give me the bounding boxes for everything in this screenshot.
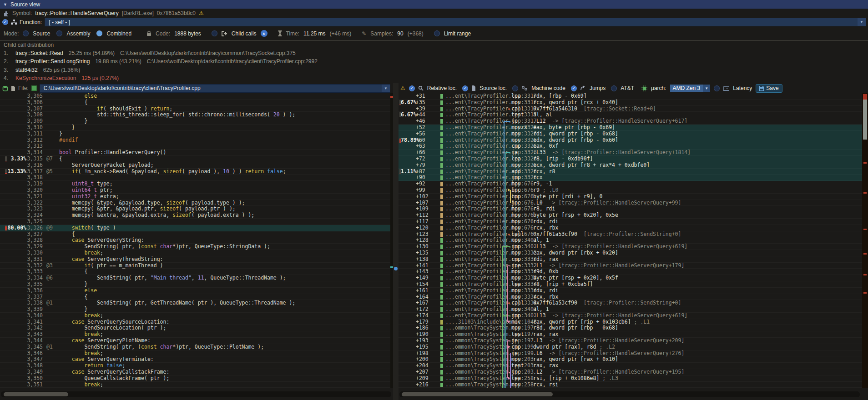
source-line-row[interactable]: 3,307 if( shouldExit ) return;: [0, 106, 393, 112]
source-horizontal-scrollbar[interactable]: [1, 391, 391, 397]
source-line-row[interactable]: 3,308 std::this_thread::sleep_for( std::…: [0, 112, 393, 118]
asm-instruction-row[interactable]: +130...ent\TracyProfiler.cpp:3401jmp.L13…: [399, 244, 862, 250]
line-number[interactable]: 3,316: [26, 162, 43, 169]
line-number[interactable]: 3,330: [26, 250, 43, 256]
source-line-row[interactable]: 3,309 }: [0, 118, 393, 125]
asm-instruction-row[interactable]: +63...ent\TracyProfiler.cpp:3326cmpeax, …: [399, 143, 862, 150]
source-line-row[interactable]: 3,351 break;: [0, 382, 393, 388]
asm-instruction-row[interactable]: +92...ent\TracyProfiler.hpp:676movr9, -1: [399, 181, 862, 187]
limit-range-checkbox[interactable]: [434, 30, 440, 36]
line-number[interactable]: 3,307: [26, 106, 43, 112]
source-location[interactable]: ...ent\TracyProfiler.cpp:3326: [445, 169, 537, 175]
line-number[interactable]: 3,323: [26, 206, 43, 212]
source-location[interactable]: ...ent\TracyProfiler.cpp:3334: [445, 294, 537, 300]
line-number[interactable]: 3,333: [26, 269, 43, 275]
asm-instruction-row[interactable]: +161...ent\TracyProfiler.cpp:3334movrdx,…: [399, 288, 862, 294]
source-location[interactable]: ...ent\TracyProfiler.cpp:3401: [445, 313, 537, 319]
line-number[interactable]: 3,343: [26, 331, 43, 338]
source-location[interactable]: ...ent\TracyProfiler.cpp:3326: [445, 143, 537, 150]
line-number[interactable]: 3,306: [26, 100, 43, 106]
line-number[interactable]: 3,327: [26, 231, 43, 238]
source-line-row[interactable]: 3,314bool Profiler::HandleServerQuery(): [0, 150, 393, 156]
file-select[interactable]: C:\Users\wolf\Desktop\darkrl\contrib\tra…: [40, 84, 390, 93]
line-number[interactable]: 3,317: [26, 169, 43, 175]
scrollbar-thumb[interactable]: [863, 100, 867, 140]
asm-instruction-row[interactable]: +120...ent\TracyProfiler.hpp:676movrcx, …: [399, 225, 862, 231]
line-number[interactable]: 3,341: [26, 319, 43, 325]
asm-instruction-row[interactable]: +149...ent\TracyProfiler.cpp:3334movbyte…: [399, 275, 862, 281]
child-call-item[interactable]: 3.stat64i32625 μs (1.36%): [0, 66, 868, 74]
source-line-row[interactable]: 3.33%3,315@7{: [0, 156, 393, 162]
asm-instruction-row[interactable]: +209...ommon\TracySystem.cpp:258learsi, …: [399, 375, 862, 382]
line-number[interactable]: 3,329: [26, 244, 43, 250]
scrollbar-thumb[interactable]: [402, 392, 553, 396]
asm-instruction-row[interactable]: +195...ommon\TracySystem.cpp:199cmpdword…: [399, 344, 862, 350]
scrollbar-thumb[interactable]: [4, 392, 68, 396]
asm-instruction-row[interactable]: +186...ommon\TracySystem.cpp:197movr8d, …: [399, 325, 862, 331]
line-number[interactable]: 3,331: [26, 256, 43, 263]
mode-radio-label[interactable]: Combined: [106, 30, 131, 37]
asm-instruction-row[interactable]: +172...ent\TracyProfiler.cpp:3401moval, …: [399, 306, 862, 313]
source-line-row[interactable]: 3,345@1 SendString( ptr, (const char*)pt…: [0, 344, 393, 350]
source-line-row[interactable]: 3,350 QueueCallstackFrame( ptr );: [0, 375, 393, 382]
line-number[interactable]: 3,313: [26, 143, 43, 150]
source-line-row[interactable]: 3,349 case ServerQueryCallstackFrame:: [0, 369, 393, 375]
line-number[interactable]: 3,339: [26, 306, 43, 313]
source-line-row[interactable]: 3,338@1 SendString( ptr, GetThreadName( …: [0, 300, 393, 306]
line-number[interactable]: 3,312: [26, 137, 43, 144]
source-location[interactable]: ...ent\TracyProfiler.cpp:3326: [445, 150, 537, 156]
line-number[interactable]: 3,314: [26, 150, 43, 156]
asm-instruction-row[interactable]: +109...ent\TracyProfiler.hpp:676movr8, r…: [399, 206, 862, 212]
line-number[interactable]: 3,350: [26, 375, 43, 382]
child-call-item[interactable]: 4.KeSynchronizeExecution125 μs (0.27%): [0, 74, 868, 82]
source-line-row[interactable]: 3,329 SendString( ptr, (const char*)ptr,…: [0, 244, 393, 250]
source-location[interactable]: ...ent\TracyProfiler.cpp:3401: [445, 306, 537, 313]
line-number[interactable]: 3,315: [26, 156, 43, 162]
asm-instruction-row[interactable]: +90...ent\TracyProfiler.cpp:3326jmprcx: [399, 175, 862, 181]
asm-instruction-row[interactable]: +39...ent\TracyProfiler.cpp:3317call0x7f…: [399, 106, 862, 112]
asm-instruction-row[interactable]: +128...ent\TracyProfiler.cpp:3401moval, …: [399, 237, 862, 244]
asm-instruction-row[interactable]: +179....31103\include\atomic:1048movrax,…: [399, 319, 862, 325]
toggle-machine-code[interactable]: [512, 85, 518, 91]
line-number[interactable]: 3,325: [26, 219, 43, 225]
asm-instruction-row[interactable]: +198...ommon\TracySystem.cpp:199je.L6 ->…: [399, 350, 862, 357]
line-number[interactable]: 3,335: [26, 281, 43, 288]
source-location[interactable]: ...ent\TracyProfiler.cpp:3334: [445, 269, 537, 275]
source-line-row[interactable]: 3,328 case ServerQueryString:: [0, 237, 393, 244]
asm-instruction-row[interactable]: +46...ent\TracyProfiler.cpp:3317je.L12 -…: [399, 118, 862, 125]
asm-instruction-row[interactable]: +56...ent\TracyProfiler.cpp:3326movrdi, …: [399, 131, 862, 137]
source-line-row[interactable]: 3,331 case ServerQueryThreadString:: [0, 256, 393, 263]
source-line-row[interactable]: 3,321 uint32_t extra;: [0, 194, 393, 200]
line-number[interactable]: 3,326: [26, 225, 43, 231]
line-number[interactable]: 3,345: [26, 344, 43, 350]
line-number[interactable]: 3,321: [26, 194, 43, 200]
save-button[interactable]: Save: [756, 84, 782, 93]
line-number[interactable]: 3,310: [26, 125, 43, 131]
source-line-row[interactable]: 3,342 SendSourceLocation( ptr );: [0, 325, 393, 331]
asm-instruction-row[interactable]: +143...ent\TracyProfiler.cpp:3334movr9d,…: [399, 269, 862, 275]
source-line-row[interactable]: 3,310 }: [0, 125, 393, 131]
asm-instruction-row[interactable]: +123...ent\TracyProfiler.hpp:676call0x7f…: [399, 231, 862, 238]
splitter-grip[interactable]: [394, 267, 398, 270]
line-number[interactable]: 3,332: [26, 263, 43, 269]
line-number[interactable]: 3,351: [26, 382, 43, 388]
mode-radio-combined[interactable]: [96, 30, 102, 36]
chevron-down-icon[interactable]: ▼: [382, 85, 390, 92]
toggle-label[interactable]: AT&T: [621, 85, 634, 91]
source-line-row[interactable]: 3,347 case ServerQueryTerminate:: [0, 356, 393, 363]
source-location[interactable]: ...ommon\TracySystem.cpp:199: [445, 350, 534, 357]
source-line-row[interactable]: 80.00%3,326@9 switch( type ): [0, 225, 393, 231]
source-location[interactable]: ...ent\TracyProfiler.cpp:3401: [445, 237, 537, 244]
toggle-source-loc-[interactable]: [462, 85, 468, 91]
source-location[interactable]: ...ent\TracyProfiler.cpp:3332: [445, 256, 537, 263]
source-location[interactable]: ...ent\TracyProfiler.cpp:3334: [445, 281, 537, 288]
asm-instruction-row[interactable]: +141...ent\TracyProfiler.cpp:3332jne.L1 …: [399, 263, 862, 269]
source-location[interactable]: ...ent\TracyProfiler.cpp:3317: [445, 118, 537, 125]
source-line-row[interactable]: 3,325: [0, 219, 393, 225]
source-line-row[interactable]: 3,340 break;: [0, 313, 393, 319]
assembly-vertical-scrollbar[interactable]: [862, 93, 868, 388]
asm-instruction-row[interactable]: +112...ent\TracyProfiler.hpp:676movbyte …: [399, 212, 862, 219]
asm-instruction-row[interactable]: +167...ent\TracyProfiler.cpp:3334call0x7…: [399, 300, 862, 306]
line-number[interactable]: 3,348: [26, 363, 43, 369]
line-number[interactable]: 3,347: [26, 356, 43, 363]
